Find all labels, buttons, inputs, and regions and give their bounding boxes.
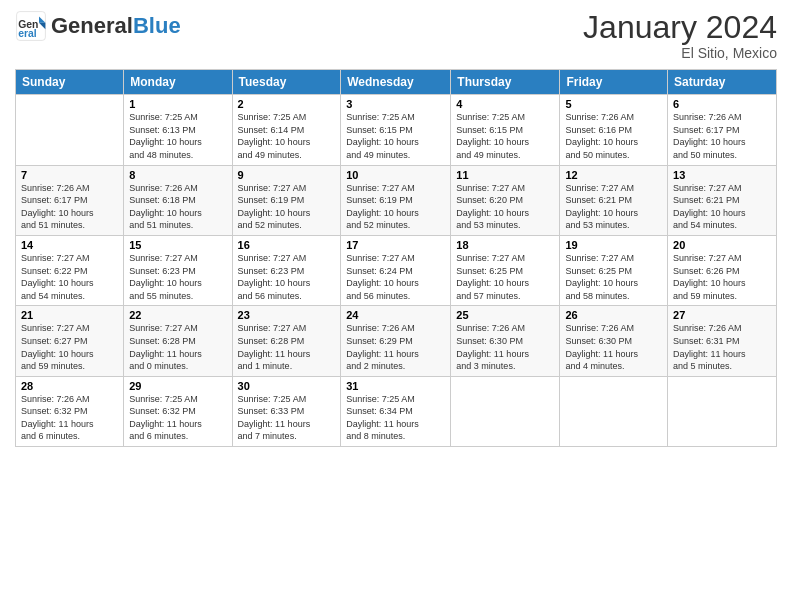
day-info: Sunrise: 7:27 AM Sunset: 6:21 PM Dayligh… (673, 182, 771, 232)
day-info: Sunrise: 7:26 AM Sunset: 6:16 PM Dayligh… (565, 111, 662, 161)
day-cell: 9Sunrise: 7:27 AM Sunset: 6:19 PM Daylig… (232, 165, 341, 235)
day-info: Sunrise: 7:27 AM Sunset: 6:24 PM Dayligh… (346, 252, 445, 302)
day-cell: 1Sunrise: 7:25 AM Sunset: 6:13 PM Daylig… (124, 95, 232, 165)
day-cell: 14Sunrise: 7:27 AM Sunset: 6:22 PM Dayli… (16, 235, 124, 305)
day-cell: 12Sunrise: 7:27 AM Sunset: 6:21 PM Dayli… (560, 165, 668, 235)
day-number: 2 (238, 98, 336, 110)
location-subtitle: El Sitio, Mexico (583, 45, 777, 61)
week-row-2: 7Sunrise: 7:26 AM Sunset: 6:17 PM Daylig… (16, 165, 777, 235)
day-info: Sunrise: 7:27 AM Sunset: 6:25 PM Dayligh… (456, 252, 554, 302)
col-sunday: Sunday (16, 70, 124, 95)
day-cell (560, 376, 668, 446)
day-number: 12 (565, 169, 662, 181)
day-info: Sunrise: 7:26 AM Sunset: 6:30 PM Dayligh… (565, 322, 662, 372)
day-cell: 25Sunrise: 7:26 AM Sunset: 6:30 PM Dayli… (451, 306, 560, 376)
day-cell (451, 376, 560, 446)
day-info: Sunrise: 7:26 AM Sunset: 6:30 PM Dayligh… (456, 322, 554, 372)
col-friday: Friday (560, 70, 668, 95)
day-number: 16 (238, 239, 336, 251)
day-cell: 24Sunrise: 7:26 AM Sunset: 6:29 PM Dayli… (341, 306, 451, 376)
day-cell: 8Sunrise: 7:26 AM Sunset: 6:18 PM Daylig… (124, 165, 232, 235)
day-number: 9 (238, 169, 336, 181)
day-info: Sunrise: 7:25 AM Sunset: 6:15 PM Dayligh… (346, 111, 445, 161)
day-number: 6 (673, 98, 771, 110)
day-cell: 16Sunrise: 7:27 AM Sunset: 6:23 PM Dayli… (232, 235, 341, 305)
day-cell: 5Sunrise: 7:26 AM Sunset: 6:16 PM Daylig… (560, 95, 668, 165)
day-number: 29 (129, 380, 226, 392)
day-number: 19 (565, 239, 662, 251)
col-thursday: Thursday (451, 70, 560, 95)
day-cell: 10Sunrise: 7:27 AM Sunset: 6:19 PM Dayli… (341, 165, 451, 235)
svg-text:eral: eral (18, 28, 37, 39)
day-cell: 31Sunrise: 7:25 AM Sunset: 6:34 PM Dayli… (341, 376, 451, 446)
day-number: 21 (21, 309, 118, 321)
day-cell: 17Sunrise: 7:27 AM Sunset: 6:24 PM Dayli… (341, 235, 451, 305)
day-info: Sunrise: 7:27 AM Sunset: 6:27 PM Dayligh… (21, 322, 118, 372)
day-number: 22 (129, 309, 226, 321)
col-tuesday: Tuesday (232, 70, 341, 95)
day-info: Sunrise: 7:26 AM Sunset: 6:18 PM Dayligh… (129, 182, 226, 232)
logo-general-text: General (51, 13, 133, 38)
day-info: Sunrise: 7:27 AM Sunset: 6:25 PM Dayligh… (565, 252, 662, 302)
day-info: Sunrise: 7:27 AM Sunset: 6:22 PM Dayligh… (21, 252, 118, 302)
day-number: 31 (346, 380, 445, 392)
day-cell: 18Sunrise: 7:27 AM Sunset: 6:25 PM Dayli… (451, 235, 560, 305)
day-info: Sunrise: 7:27 AM Sunset: 6:19 PM Dayligh… (238, 182, 336, 232)
day-number: 3 (346, 98, 445, 110)
day-info: Sunrise: 7:27 AM Sunset: 6:26 PM Dayligh… (673, 252, 771, 302)
col-saturday: Saturday (668, 70, 777, 95)
logo-area: Gen eral GeneralBlue (15, 10, 181, 42)
day-number: 14 (21, 239, 118, 251)
day-number: 4 (456, 98, 554, 110)
day-cell: 4Sunrise: 7:25 AM Sunset: 6:15 PM Daylig… (451, 95, 560, 165)
day-number: 17 (346, 239, 445, 251)
day-info: Sunrise: 7:25 AM Sunset: 6:13 PM Dayligh… (129, 111, 226, 161)
week-row-4: 21Sunrise: 7:27 AM Sunset: 6:27 PM Dayli… (16, 306, 777, 376)
day-number: 13 (673, 169, 771, 181)
day-cell: 23Sunrise: 7:27 AM Sunset: 6:28 PM Dayli… (232, 306, 341, 376)
day-number: 28 (21, 380, 118, 392)
day-number: 5 (565, 98, 662, 110)
day-info: Sunrise: 7:27 AM Sunset: 6:20 PM Dayligh… (456, 182, 554, 232)
day-info: Sunrise: 7:26 AM Sunset: 6:29 PM Dayligh… (346, 322, 445, 372)
day-cell (668, 376, 777, 446)
day-number: 27 (673, 309, 771, 321)
day-cell: 22Sunrise: 7:27 AM Sunset: 6:28 PM Dayli… (124, 306, 232, 376)
day-number: 15 (129, 239, 226, 251)
header: Gen eral GeneralBlue January 2024 El Sit… (15, 10, 777, 61)
day-info: Sunrise: 7:25 AM Sunset: 6:15 PM Dayligh… (456, 111, 554, 161)
week-row-3: 14Sunrise: 7:27 AM Sunset: 6:22 PM Dayli… (16, 235, 777, 305)
day-cell: 19Sunrise: 7:27 AM Sunset: 6:25 PM Dayli… (560, 235, 668, 305)
day-info: Sunrise: 7:27 AM Sunset: 6:21 PM Dayligh… (565, 182, 662, 232)
day-number: 11 (456, 169, 554, 181)
day-cell: 3Sunrise: 7:25 AM Sunset: 6:15 PM Daylig… (341, 95, 451, 165)
day-info: Sunrise: 7:27 AM Sunset: 6:28 PM Dayligh… (129, 322, 226, 372)
day-info: Sunrise: 7:25 AM Sunset: 6:32 PM Dayligh… (129, 393, 226, 443)
col-wednesday: Wednesday (341, 70, 451, 95)
week-row-5: 28Sunrise: 7:26 AM Sunset: 6:32 PM Dayli… (16, 376, 777, 446)
logo-blue-text: Blue (133, 13, 181, 38)
day-cell: 26Sunrise: 7:26 AM Sunset: 6:30 PM Dayli… (560, 306, 668, 376)
day-number: 8 (129, 169, 226, 181)
day-info: Sunrise: 7:26 AM Sunset: 6:31 PM Dayligh… (673, 322, 771, 372)
day-info: Sunrise: 7:26 AM Sunset: 6:32 PM Dayligh… (21, 393, 118, 443)
day-number: 24 (346, 309, 445, 321)
day-number: 1 (129, 98, 226, 110)
day-cell (16, 95, 124, 165)
title-area: January 2024 El Sitio, Mexico (583, 10, 777, 61)
day-cell: 6Sunrise: 7:26 AM Sunset: 6:17 PM Daylig… (668, 95, 777, 165)
day-number: 23 (238, 309, 336, 321)
day-info: Sunrise: 7:27 AM Sunset: 6:28 PM Dayligh… (238, 322, 336, 372)
day-info: Sunrise: 7:26 AM Sunset: 6:17 PM Dayligh… (673, 111, 771, 161)
day-number: 30 (238, 380, 336, 392)
col-monday: Monday (124, 70, 232, 95)
header-row: Sunday Monday Tuesday Wednesday Thursday… (16, 70, 777, 95)
day-info: Sunrise: 7:25 AM Sunset: 6:14 PM Dayligh… (238, 111, 336, 161)
day-cell: 21Sunrise: 7:27 AM Sunset: 6:27 PM Dayli… (16, 306, 124, 376)
day-number: 25 (456, 309, 554, 321)
page: Gen eral GeneralBlue January 2024 El Sit… (0, 0, 792, 612)
day-info: Sunrise: 7:27 AM Sunset: 6:23 PM Dayligh… (129, 252, 226, 302)
day-number: 20 (673, 239, 771, 251)
day-cell: 7Sunrise: 7:26 AM Sunset: 6:17 PM Daylig… (16, 165, 124, 235)
day-cell: 29Sunrise: 7:25 AM Sunset: 6:32 PM Dayli… (124, 376, 232, 446)
